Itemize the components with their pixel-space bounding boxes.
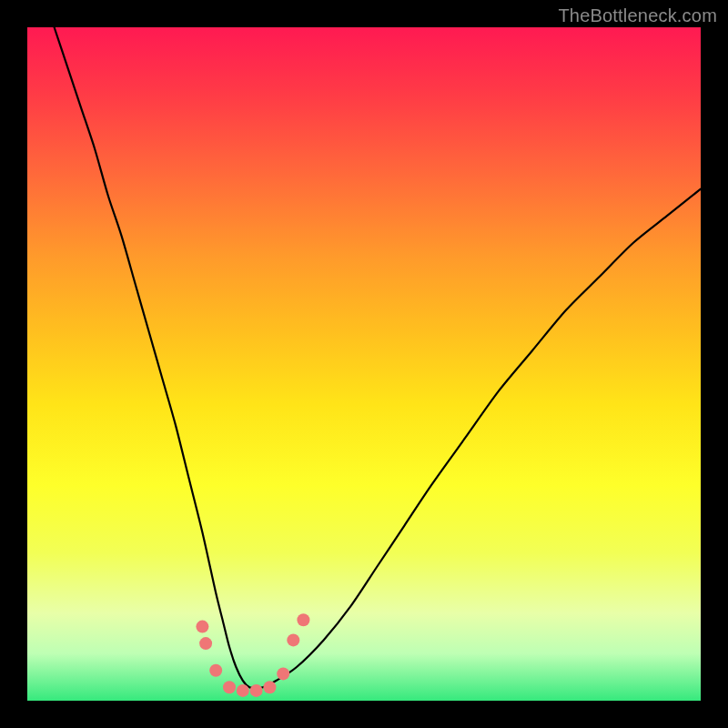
dot-floor-2 — [237, 684, 249, 697]
dot-floor-1 — [223, 681, 236, 693]
chart-frame: TheBottleneck.com — [0, 0, 728, 728]
dot-left-low — [209, 664, 222, 677]
dot-floor-4 — [263, 681, 276, 693]
dot-right-top — [297, 613, 309, 626]
watermark-text: TheBottleneck.com — [558, 5, 717, 26]
dot-right-upper — [287, 633, 299, 646]
dot-left-upper — [196, 621, 208, 633]
chart-plot-area — [27, 27, 701, 701]
chart-svg — [27, 27, 701, 701]
dot-left-lower — [199, 637, 212, 650]
dot-right-low — [277, 667, 289, 680]
dot-floor-3 — [250, 684, 263, 697]
marker-group — [196, 613, 309, 697]
bottleneck-curve — [55, 27, 701, 688]
